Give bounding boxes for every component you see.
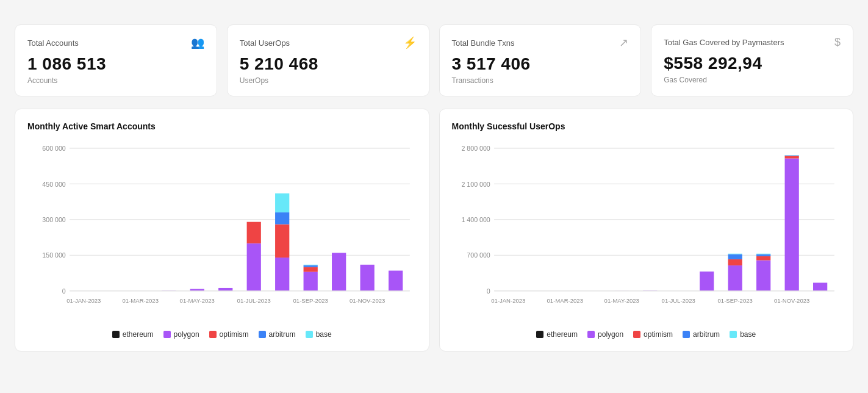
stat-label: Total Accounts bbox=[27, 38, 79, 48]
svg-rect-22 bbox=[304, 265, 318, 267]
stat-icon: ↗ bbox=[619, 36, 628, 49]
svg-text:2 100 000: 2 100 000 bbox=[461, 181, 490, 188]
svg-rect-59 bbox=[784, 156, 798, 156]
svg-text:01-JAN-2023: 01-JAN-2023 bbox=[66, 297, 101, 304]
svg-rect-55 bbox=[756, 254, 770, 256]
svg-text:450 000: 450 000 bbox=[42, 181, 65, 188]
stat-sublabel: UserOps bbox=[240, 76, 417, 85]
legend-item-arbitrum: arbitrum bbox=[683, 330, 720, 339]
svg-text:1 400 000: 1 400 000 bbox=[461, 216, 490, 223]
stat-icon: 👥 bbox=[191, 36, 204, 49]
chart-svg: 0700 0001 400 0002 100 0002 800 00001-JA… bbox=[452, 141, 841, 324]
legend-dot bbox=[730, 331, 737, 338]
legend-label: polygon bbox=[598, 330, 623, 339]
chart-area: 0700 0001 400 0002 100 0002 800 00001-JA… bbox=[452, 141, 841, 324]
svg-text:0: 0 bbox=[62, 287, 66, 295]
svg-rect-23 bbox=[304, 265, 318, 265]
legend-dot bbox=[633, 331, 640, 338]
legend-label: base bbox=[740, 330, 756, 339]
stat-value: 1 086 513 bbox=[27, 54, 204, 74]
chart-svg: 0150 000300 000450 000600 00001-JAN-2023… bbox=[27, 141, 417, 324]
svg-text:01-JAN-2023: 01-JAN-2023 bbox=[491, 297, 525, 304]
stats-row: Total Accounts 👥 1 086 513 Accounts Tota… bbox=[15, 24, 853, 96]
svg-rect-15 bbox=[247, 222, 261, 243]
legend-label: ethereum bbox=[123, 330, 154, 339]
svg-text:700 000: 700 000 bbox=[467, 251, 490, 259]
chart-title: Monthly Sucessful UserOps bbox=[452, 121, 841, 131]
svg-text:300 000: 300 000 bbox=[42, 216, 65, 223]
svg-text:01-MAR-2023: 01-MAR-2023 bbox=[547, 297, 583, 304]
chart-area: 0150 000300 000450 000600 00001-JAN-2023… bbox=[27, 141, 417, 324]
svg-rect-24 bbox=[332, 253, 346, 290]
stat-sublabel: Gas Covered bbox=[664, 76, 841, 84]
legend-label: polygon bbox=[174, 330, 199, 339]
stat-card-header: Total Gas Covered by Paymasters $ bbox=[664, 36, 841, 49]
legend-dot bbox=[259, 331, 266, 338]
stat-value: 3 517 406 bbox=[452, 54, 629, 74]
legend-dot bbox=[306, 331, 313, 338]
stat-icon: ⚡ bbox=[403, 36, 417, 49]
svg-text:600 000: 600 000 bbox=[42, 145, 65, 152]
svg-text:01-NOV-2023: 01-NOV-2023 bbox=[773, 297, 809, 304]
legend-item-base: base bbox=[306, 330, 332, 339]
chart-legend: ethereumpolygonoptimismarbitrumbase bbox=[452, 330, 841, 339]
svg-text:01-MAY-2023: 01-MAY-2023 bbox=[180, 297, 215, 304]
legend-dot bbox=[209, 331, 217, 338]
stat-value: $558 292,94 bbox=[664, 54, 841, 73]
legend-item-polygon: polygon bbox=[587, 330, 623, 339]
legend-dot bbox=[536, 331, 543, 338]
chart-title: Monthly Active Smart Accounts bbox=[27, 121, 417, 131]
svg-rect-58 bbox=[784, 156, 798, 158]
svg-rect-14 bbox=[247, 243, 261, 291]
legend-label: ethereum bbox=[547, 330, 578, 339]
svg-rect-26 bbox=[389, 271, 403, 291]
svg-text:01-JUL-2023: 01-JUL-2023 bbox=[661, 297, 695, 304]
svg-text:01-JUL-2023: 01-JUL-2023 bbox=[237, 297, 271, 304]
stat-label: Total UserOps bbox=[240, 38, 290, 48]
legend-item-base: base bbox=[730, 330, 756, 339]
svg-rect-56 bbox=[756, 254, 770, 254]
chart-legend: ethereumpolygonoptimismarbitrumbase bbox=[27, 330, 417, 339]
legend-label: optimism bbox=[220, 330, 249, 339]
svg-rect-16 bbox=[275, 258, 289, 291]
legend-label: optimism bbox=[644, 330, 673, 339]
legend-label: arbitrum bbox=[693, 330, 720, 339]
stat-card-header: Total Accounts 👥 bbox=[27, 36, 204, 49]
chart-card-monthly-active-smart-accounts: Monthly Active Smart Accounts0150 000300… bbox=[15, 109, 429, 352]
stat-sublabel: Transactions bbox=[452, 76, 629, 85]
svg-rect-49 bbox=[728, 265, 742, 291]
svg-rect-20 bbox=[304, 272, 318, 290]
svg-rect-50 bbox=[728, 259, 742, 265]
stat-card-header: Total UserOps ⚡ bbox=[240, 36, 417, 49]
svg-rect-57 bbox=[784, 159, 798, 291]
svg-text:01-SEP-2023: 01-SEP-2023 bbox=[717, 297, 752, 304]
stat-card-total-accounts: Total Accounts 👥 1 086 513 Accounts bbox=[15, 24, 217, 96]
svg-rect-53 bbox=[756, 261, 770, 291]
svg-text:01-MAR-2023: 01-MAR-2023 bbox=[123, 297, 159, 304]
svg-text:01-NOV-2023: 01-NOV-2023 bbox=[350, 297, 385, 304]
legend-label: arbitrum bbox=[269, 330, 296, 339]
legend-item-optimism: optimism bbox=[633, 330, 673, 339]
svg-rect-17 bbox=[275, 225, 289, 258]
legend-item-polygon: polygon bbox=[163, 330, 199, 339]
stat-sublabel: Accounts bbox=[27, 76, 204, 85]
legend-item-ethereum: ethereum bbox=[536, 330, 578, 339]
svg-rect-54 bbox=[756, 256, 770, 261]
legend-dot bbox=[163, 331, 171, 338]
legend-dot bbox=[683, 331, 690, 338]
svg-text:0: 0 bbox=[486, 287, 490, 295]
svg-rect-18 bbox=[275, 212, 289, 224]
stat-value: 5 210 468 bbox=[240, 54, 417, 74]
stat-label: Total Bundle Txns bbox=[452, 38, 515, 48]
legend-item-arbitrum: arbitrum bbox=[259, 330, 296, 339]
svg-rect-21 bbox=[304, 267, 318, 272]
svg-rect-52 bbox=[728, 254, 742, 254]
svg-rect-13 bbox=[218, 288, 232, 291]
svg-text:01-MAY-2023: 01-MAY-2023 bbox=[604, 297, 639, 304]
charts-row: Monthly Active Smart Accounts0150 000300… bbox=[15, 109, 853, 352]
legend-dot bbox=[112, 331, 120, 338]
legend-item-optimism: optimism bbox=[209, 330, 249, 339]
svg-text:2 800 000: 2 800 000 bbox=[461, 145, 490, 152]
stat-card-total-bundle-txns: Total Bundle Txns ↗ 3 517 406 Transactio… bbox=[439, 24, 642, 96]
chart-card-monthly-successful-userops: Monthly Sucessful UserOps0700 0001 400 0… bbox=[439, 109, 854, 352]
